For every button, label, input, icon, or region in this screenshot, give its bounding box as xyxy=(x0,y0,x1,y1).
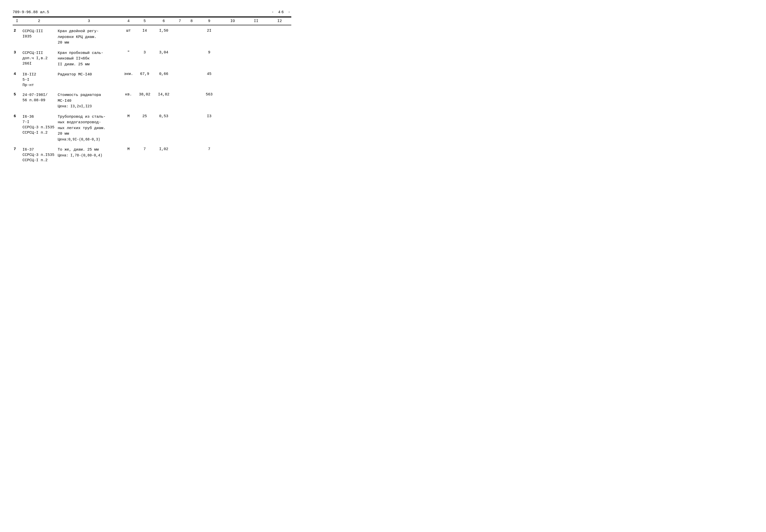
row-col7 xyxy=(174,71,186,89)
row-col11 xyxy=(245,91,268,111)
row-price: I,50 xyxy=(153,28,174,47)
row-number: 6 xyxy=(13,113,22,144)
doc-number: 709-9-96.88 ал.5 xyxy=(13,10,49,14)
row-quantity: 67,9 xyxy=(136,71,153,89)
row-col11 xyxy=(245,146,268,164)
row-col12 xyxy=(268,146,291,164)
table-row: 2ССРСЦ-III I035Кран двойной регу-лировки… xyxy=(13,28,291,47)
row-col10 xyxy=(221,146,245,164)
row-total: 7 xyxy=(197,146,221,164)
row-price: 3,04 xyxy=(153,49,174,69)
row-total: I3 xyxy=(197,113,221,144)
row-total: 45 xyxy=(197,71,221,89)
row-col12 xyxy=(268,91,291,111)
row-spacer xyxy=(13,111,291,113)
row-total: 2I xyxy=(197,28,221,47)
row-col11 xyxy=(245,28,268,47)
row-col11 xyxy=(245,49,268,69)
row-description: Кран двойной регу-лировки КРЦ диам.20 мм xyxy=(57,28,121,47)
row-description: Стоимость радиатораМС-I40Цена: I3,2хI,I2… xyxy=(57,91,121,111)
row-col11 xyxy=(245,113,268,144)
col-header-2: 2 xyxy=(22,17,57,25)
col-header-9: 9 xyxy=(197,17,221,25)
row-col8 xyxy=(186,49,197,69)
main-table-container: I 2 3 4 5 6 7 8 9 IO II I2 2ССРСЦ-III I0… xyxy=(13,17,291,164)
row-reference: 24-07-I98I/ 56 п.08-09 xyxy=(22,91,57,111)
row-col8 xyxy=(186,28,197,47)
row-spacer xyxy=(13,25,291,28)
table-row: 7I6-37 ССРСЦ-3 п.I535 ССРСЦ-I п.2То же, … xyxy=(13,146,291,164)
row-unit: кв. xyxy=(121,91,136,111)
row-col12 xyxy=(268,71,291,89)
row-spacer xyxy=(13,89,291,91)
data-table: I 2 3 4 5 6 7 8 9 IO II I2 2ССРСЦ-III I0… xyxy=(13,17,291,164)
row-col7 xyxy=(174,146,186,164)
row-number: 7 xyxy=(13,146,22,164)
col-header-11: II xyxy=(245,17,268,25)
row-description: Радиатор МС-I40 xyxy=(57,71,121,89)
table-row: 3ССРСЦ-III доп.ч I,в.2 266IКран пробковы… xyxy=(13,49,291,69)
row-number: 2 xyxy=(13,28,22,47)
row-col8 xyxy=(186,71,197,89)
row-number: 4 xyxy=(13,71,22,89)
row-col7 xyxy=(174,28,186,47)
col-header-12: I2 xyxy=(268,17,291,25)
row-col11 xyxy=(245,71,268,89)
row-col7 xyxy=(174,49,186,69)
row-description: Кран пробковый саль-никовый IIч6бкII диа… xyxy=(57,49,121,69)
row-unit: экм. xyxy=(121,71,136,89)
row-description: То же, диам. 25 ммЦена: I,78-(0,80-0,4) xyxy=(57,146,121,164)
col-header-1: I xyxy=(13,17,22,25)
row-spacer xyxy=(13,144,291,146)
row-quantity: 3 xyxy=(136,49,153,69)
col-header-6: 6 xyxy=(153,17,174,25)
table-row: 524-07-I98I/ 56 п.08-09Стоимость радиато… xyxy=(13,91,291,111)
row-col10 xyxy=(221,113,245,144)
row-number: 3 xyxy=(13,49,22,69)
row-price: I,02 xyxy=(153,146,174,164)
row-col12 xyxy=(268,28,291,47)
col-header-3: 3 xyxy=(57,17,121,25)
row-col12 xyxy=(268,113,291,144)
row-quantity: 7 xyxy=(136,146,153,164)
page-header: 709-9-96.88 ал.5 - 46 - xyxy=(13,10,291,14)
row-spacer xyxy=(13,47,291,49)
row-price: 0,66 xyxy=(153,71,174,89)
row-col7 xyxy=(174,91,186,111)
row-col10 xyxy=(221,28,245,47)
row-reference: ССРСЦ-III доп.ч I,в.2 266I xyxy=(22,49,57,69)
row-reference: I8-II2 5-I Пр-нт xyxy=(22,71,57,89)
row-spacer xyxy=(13,68,291,71)
row-col12 xyxy=(268,49,291,69)
row-col8 xyxy=(186,91,197,111)
row-reference: I6-36 7-I ССРСЦ-3 п.I535 ССРСЦ-I п.2 xyxy=(22,113,57,144)
row-col8 xyxy=(186,113,197,144)
col-header-8: 8 xyxy=(186,17,197,25)
row-description: Трубопровод из сталь-ных водогазопровод-… xyxy=(57,113,121,144)
page-number: - 46 - xyxy=(272,10,291,14)
row-col8 xyxy=(186,146,197,164)
row-total: 563 xyxy=(197,91,221,111)
col-header-4: 4 xyxy=(121,17,136,25)
row-price: 0,53 xyxy=(153,113,174,144)
row-number: 5 xyxy=(13,91,22,111)
row-unit: М xyxy=(121,146,136,164)
table-row: 4I8-II2 5-I Пр-нтРадиатор МС-I40экм.67,9… xyxy=(13,71,291,89)
row-col10 xyxy=(221,91,245,111)
column-header-row: I 2 3 4 5 6 7 8 9 IO II I2 xyxy=(13,17,291,25)
row-col10 xyxy=(221,71,245,89)
row-quantity: 25 xyxy=(136,113,153,144)
row-total: 9 xyxy=(197,49,221,69)
row-col7 xyxy=(174,113,186,144)
row-reference: I6-37 ССРСЦ-3 п.I535 ССРСЦ-I п.2 xyxy=(22,146,57,164)
row-unit: М xyxy=(121,113,136,144)
col-header-10: IO xyxy=(221,17,245,25)
row-price: I4,82 xyxy=(153,91,174,111)
row-unit: " xyxy=(121,49,136,69)
row-unit: шт xyxy=(121,28,136,47)
row-quantity: 38,02 xyxy=(136,91,153,111)
col-header-5: 5 xyxy=(136,17,153,25)
row-col10 xyxy=(221,49,245,69)
col-header-7: 7 xyxy=(174,17,186,25)
table-row: 6I6-36 7-I ССРСЦ-3 п.I535 ССРСЦ-I п.2Тру… xyxy=(13,113,291,144)
